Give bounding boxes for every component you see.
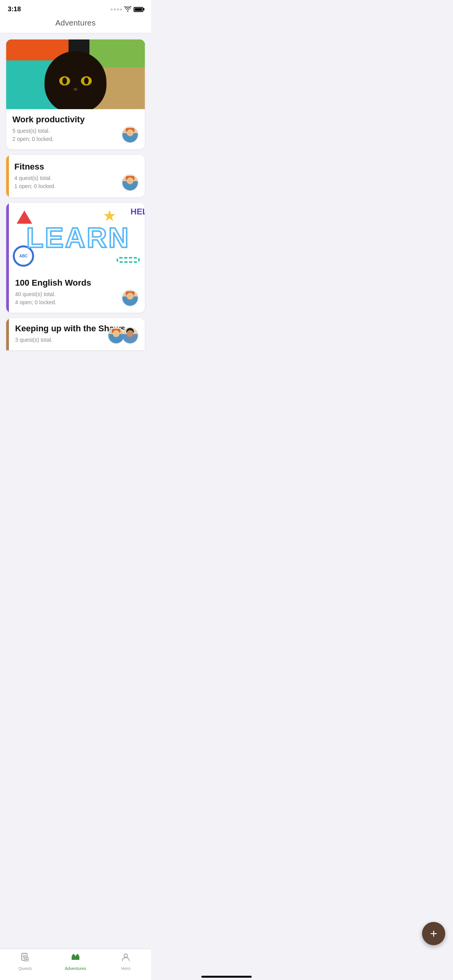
status-icons bbox=[111, 6, 143, 13]
card-meta: 40 quest(s) total. 4 open; 0 locked. bbox=[15, 290, 139, 307]
page-title: Adventures bbox=[55, 19, 96, 27]
card-fitness[interactable]: Fitness 4 quest(s) total. 1 open; 0 lock… bbox=[6, 155, 145, 197]
accent-bar bbox=[6, 203, 9, 313]
content-area: Work productivity 5 quest(s) total. 2 op… bbox=[0, 33, 151, 389]
battery-icon bbox=[134, 7, 143, 12]
card-avatar-2 bbox=[122, 327, 139, 344]
card-meta: 4 quest(s) total. 1 open; 0 locked. bbox=[14, 174, 139, 190]
card-body: Work productivity 5 quest(s) total. 2 op… bbox=[6, 109, 145, 149]
avatar-group bbox=[108, 327, 139, 344]
card-work-productivity[interactable]: Work productivity 5 quest(s) total. 2 op… bbox=[6, 39, 145, 149]
card-title: 100 English Words bbox=[15, 278, 139, 288]
card-avatar bbox=[122, 126, 139, 143]
card-meta: 5 quest(s) total. 2 open; 0 locked. bbox=[12, 127, 139, 143]
status-bar: 3:18 bbox=[0, 0, 151, 15]
fitness-accent-bar bbox=[6, 155, 9, 197]
card-shaws[interactable]: Keeping up with the Shaws 3 quest(s) tot… bbox=[6, 318, 145, 350]
card-english-words[interactable]: HEL ★ LEARN ABC 100 English Words 40 que… bbox=[6, 203, 145, 313]
card-body: Keeping up with the Shaws 3 quest(s) tot… bbox=[9, 318, 145, 350]
fitness-body: Fitness 4 quest(s) total. 1 open; 0 lock… bbox=[9, 155, 145, 197]
card-avatar bbox=[122, 174, 139, 191]
wifi-icon bbox=[124, 6, 131, 13]
card-image-cat bbox=[6, 39, 145, 109]
card-image-learn: HEL ★ LEARN ABC bbox=[9, 203, 145, 272]
card-body: 100 English Words 40 quest(s) total. 4 o… bbox=[9, 272, 145, 313]
card-avatar bbox=[122, 290, 139, 307]
page-header: Adventures bbox=[0, 15, 151, 33]
card-title: Work productivity bbox=[12, 115, 139, 125]
status-time: 3:18 bbox=[8, 5, 21, 13]
shaws-accent-bar bbox=[6, 318, 9, 350]
signal-icon bbox=[111, 9, 122, 10]
card-title: Fitness bbox=[14, 162, 139, 172]
